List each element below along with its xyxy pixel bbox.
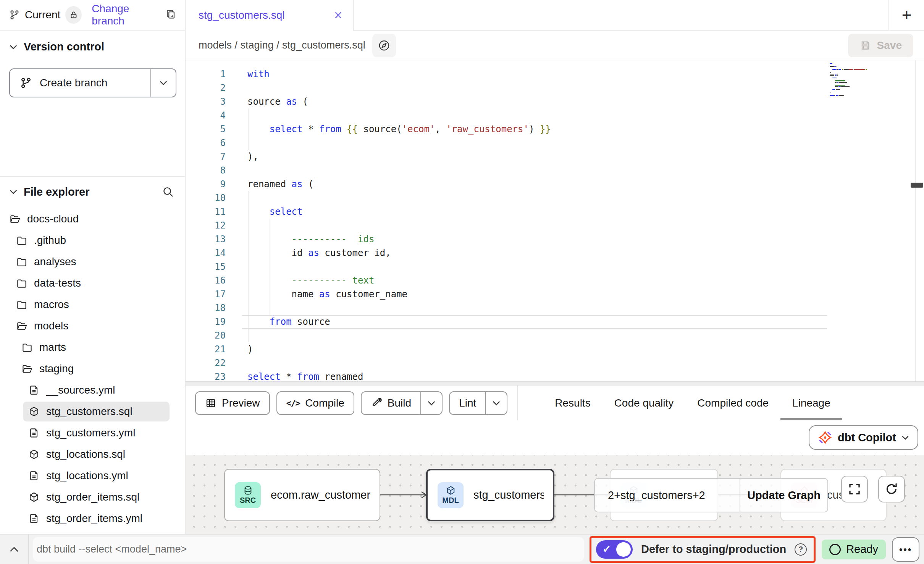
preview-button[interactable]: Preview	[195, 391, 270, 415]
code-line-8[interactable]: 8	[186, 164, 924, 177]
file-item-macros[interactable]: macros	[0, 294, 185, 315]
search-icon[interactable]	[162, 186, 174, 198]
copy-button[interactable]	[165, 8, 176, 21]
compile-button[interactable]: </> Compile	[276, 391, 354, 415]
build-dropdown[interactable]	[420, 392, 442, 414]
node-label: stg_customers	[473, 489, 544, 501]
file-tree-item-label: models	[34, 320, 68, 332]
file-item-stg_locations.yml[interactable]: stg_locations.yml	[0, 465, 185, 486]
code-line-1[interactable]: 1with	[186, 67, 924, 81]
chevron-down-icon[interactable]	[9, 44, 18, 50]
create-branch-dropdown[interactable]	[150, 69, 176, 97]
build-button[interactable]: Build	[361, 391, 443, 415]
code-line-15[interactable]: 15	[186, 260, 924, 274]
lineage-filter-input[interactable]	[608, 489, 740, 502]
code-line-9[interactable]: 9renamed as (	[186, 177, 924, 191]
file-item-analyses[interactable]: analyses	[0, 251, 185, 272]
folder-icon	[21, 342, 33, 353]
file-tree-item-label: staging	[39, 363, 74, 375]
code-line-17[interactable]: 17 name as customer_name	[186, 287, 924, 301]
file-doc-icon	[28, 384, 40, 396]
code-line-20[interactable]: 20	[186, 329, 924, 342]
command-input[interactable]	[37, 543, 580, 555]
branch-lock-button[interactable]	[65, 6, 82, 24]
code-line-19[interactable]: 19 from source	[186, 315, 924, 329]
update-graph-button[interactable]: Update Graph	[740, 479, 827, 512]
folder-open-icon	[16, 320, 27, 332]
file-item-stg_order_items.yml[interactable]: stg_order_items.yml	[0, 508, 185, 529]
file-item-staging[interactable]: staging	[0, 358, 185, 379]
file-item-models[interactable]: models	[0, 315, 185, 337]
file-item-.github[interactable]: .github	[0, 230, 185, 251]
lineage-node-source[interactable]: SRC ecom.raw_customers	[224, 469, 380, 521]
lineage-filter-bar: Update Graph	[594, 478, 828, 512]
editor-scrollbar-thumb[interactable]	[911, 183, 923, 188]
lineage-canvas[interactable]: SRC ecom.raw_customers MDL stg_customers…	[186, 455, 924, 534]
create-branch-button[interactable]: Create branch	[9, 68, 176, 97]
editor-horizontal-scrollbar[interactable]	[186, 381, 924, 385]
lint-dropdown[interactable]	[485, 392, 507, 414]
file-tree-item-label: data-tests	[34, 277, 81, 289]
editor-scrollbar[interactable]	[915, 60, 916, 385]
lint-label: Lint	[459, 397, 476, 409]
compile-label: Compile	[305, 397, 344, 409]
code-line-3[interactable]: 3source as (	[186, 95, 924, 109]
fullscreen-button[interactable]	[841, 476, 868, 502]
file-tree-item-label: .github	[34, 234, 66, 246]
file-item-__sources.yml[interactable]: __sources.yml	[0, 379, 185, 401]
code-line-16[interactable]: 16 ---------- text	[186, 274, 924, 287]
change-branch-link[interactable]: Change branch	[92, 3, 160, 27]
code-line-7[interactable]: 7),	[186, 150, 924, 164]
tab-code-quality[interactable]: Code quality	[603, 386, 686, 420]
code-line-18[interactable]: 18	[186, 301, 924, 315]
lineage-edge	[380, 490, 428, 499]
file-item-marts[interactable]: marts	[0, 337, 185, 358]
code-lines: 1with23source as (45 select * from {{ so…	[186, 67, 924, 385]
code-line-10[interactable]: 10	[186, 191, 924, 205]
file-item-docs-cloud[interactable]: docs-cloud	[0, 208, 185, 230]
code-line-12[interactable]: 12	[186, 219, 924, 232]
code-line-14[interactable]: 14 id as customer_id,	[186, 246, 924, 260]
close-icon[interactable]: ×	[334, 8, 342, 22]
refresh-button[interactable]	[878, 476, 905, 502]
code-line-5[interactable]: 5 select * from {{ source('ecom', 'raw_c…	[186, 122, 924, 136]
save-button[interactable]: Save	[848, 34, 913, 57]
defer-toggle[interactable]: ✓	[596, 540, 633, 559]
model-file-icon	[28, 406, 40, 417]
model-file-icon	[28, 491, 40, 503]
version-control-section: Version control Create branch	[0, 31, 185, 176]
file-item-stg_customers.yml[interactable]: stg_customers.yml	[0, 422, 185, 444]
overflow-menu-button[interactable]: •••	[892, 537, 919, 562]
lint-button[interactable]: Lint	[449, 391, 507, 415]
tab-results[interactable]: Results	[543, 386, 602, 420]
code-line-21[interactable]: 21)	[186, 342, 924, 356]
defer-toggle-highlight: ✓ Defer to staging/production ?	[590, 536, 816, 563]
chevron-down-icon[interactable]	[9, 189, 18, 194]
build-label: Build	[388, 397, 411, 409]
minimap[interactable]	[830, 63, 880, 100]
dbt-copilot-button[interactable]: dbt Copilot	[809, 425, 918, 450]
code-line-2[interactable]: 2	[186, 81, 924, 95]
help-icon[interactable]: ?	[795, 543, 807, 556]
collapse-panel-button[interactable]	[0, 535, 29, 564]
tab-compiled-code[interactable]: Compiled code	[685, 386, 780, 420]
new-tab-button[interactable]: +	[888, 0, 924, 31]
code-line-11[interactable]: 11 select	[186, 205, 924, 219]
editor-toolbar: Preview </> Compile Build	[186, 385, 924, 420]
code-line-6[interactable]: 6	[186, 136, 924, 150]
results-tabs: Results Code quality Compiled code Linea…	[543, 386, 842, 420]
code-editor[interactable]: 1with23source as (45 select * from {{ so…	[186, 60, 924, 385]
file-item-stg_locations.sql[interactable]: stg_locations.sql	[0, 444, 185, 465]
file-item-stg_order_items.sql[interactable]: stg_order_items.sql	[0, 486, 185, 508]
file-tree-item-label: stg_locations.sql	[46, 448, 125, 460]
code-line-4[interactable]: 4	[186, 109, 924, 122]
file-item-data-tests[interactable]: data-tests	[0, 272, 185, 294]
tab-lineage[interactable]: Lineage	[780, 386, 842, 420]
tab-stg-customers-sql[interactable]: stg_customers.sql ×	[186, 0, 354, 31]
code-line-22[interactable]: 22	[186, 356, 924, 370]
sidebar: Current Change branch Version control	[0, 0, 186, 534]
file-item-stg_customers.sql[interactable]: stg_customers.sql	[0, 401, 185, 422]
lineage-compass-button[interactable]	[372, 34, 396, 57]
lineage-node-stg-customers[interactable]: MDL stg_customers	[426, 469, 554, 521]
code-line-13[interactable]: 13 ---------- ids	[186, 232, 924, 246]
